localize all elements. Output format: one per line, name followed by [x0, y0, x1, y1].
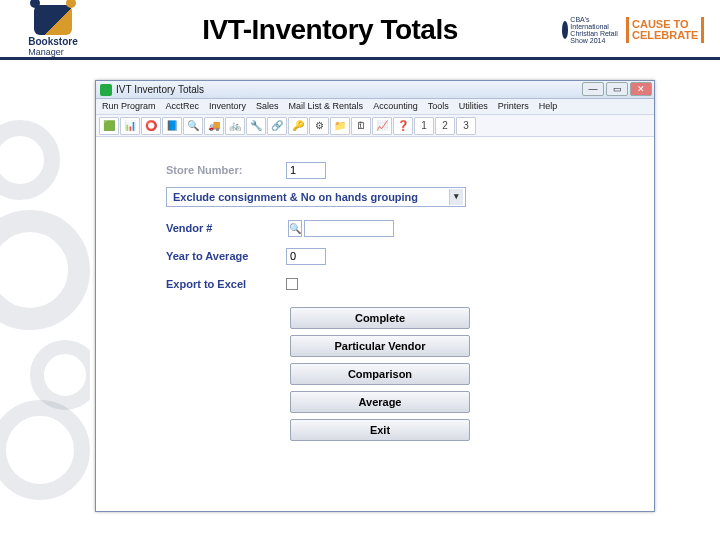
- store-number-label: Store Number:: [166, 164, 286, 176]
- toolbar-icon-10[interactable]: 🔑: [288, 117, 308, 135]
- menu-sales[interactable]: Sales: [256, 101, 279, 114]
- brand-right: CBA's International Christian Retail Sho…: [562, 5, 712, 55]
- toolbar-num-1[interactable]: 1: [414, 117, 434, 135]
- export-label: Export to Excel: [166, 278, 286, 290]
- menu-help[interactable]: Help: [539, 101, 558, 114]
- menu-mail-list[interactable]: Mail List & Rentals: [289, 101, 364, 114]
- toolbar-icon-4[interactable]: 📘: [162, 117, 182, 135]
- menu-inventory[interactable]: Inventory: [209, 101, 246, 114]
- maximize-button[interactable]: ▭: [606, 82, 628, 96]
- chevron-down-icon: ▾: [449, 189, 463, 205]
- toolbar-icon-13[interactable]: 🗓: [351, 117, 371, 135]
- average-button[interactable]: Average: [290, 391, 470, 413]
- toolbar-icon-12[interactable]: 📁: [330, 117, 350, 135]
- slide-title: IVT-Inventory Totals: [98, 14, 562, 46]
- window-title: IVT Inventory Totals: [116, 84, 204, 95]
- comparison-button[interactable]: Comparison: [290, 363, 470, 385]
- grouping-dropdown-label: Exclude consignment & No on hands groupi…: [173, 191, 418, 203]
- form-area: Store Number: Exclude consignment & No o…: [96, 137, 654, 449]
- menu-acctrec[interactable]: AcctRec: [166, 101, 200, 114]
- toolbar-icon-1[interactable]: 🟩: [99, 117, 119, 135]
- vendor-lookup-icon[interactable]: 🔍: [288, 220, 302, 237]
- year-label: Year to Average: [166, 250, 286, 262]
- menu-tools[interactable]: Tools: [428, 101, 449, 114]
- minimize-button[interactable]: —: [582, 82, 604, 96]
- grouping-dropdown[interactable]: Exclude consignment & No on hands groupi…: [166, 187, 466, 207]
- window-titlebar[interactable]: IVT Inventory Totals — ▭ ✕: [96, 81, 654, 99]
- menu-printers[interactable]: Printers: [498, 101, 529, 114]
- export-checkbox[interactable]: [286, 278, 298, 290]
- toolbar: 🟩 📊 ⭕ 📘 🔍 🚚 🚲 🔧 🔗 🔑 ⚙ 📁 🗓 📈 ❓ 1 2 3: [96, 115, 654, 137]
- toolbar-num-3[interactable]: 3: [456, 117, 476, 135]
- brand-text: Bookstore Manager: [28, 37, 77, 58]
- menubar: Run Program AcctRec Inventory Sales Mail…: [96, 99, 654, 115]
- cause-to-celebrate: CAUSE TO CELEBRATE: [626, 17, 704, 43]
- toolbar-icon-11[interactable]: ⚙: [309, 117, 329, 135]
- brand-left: Bookstore Manager: [8, 2, 98, 58]
- menu-run-program[interactable]: Run Program: [102, 101, 156, 114]
- toolbar-icon-9[interactable]: 🔗: [267, 117, 287, 135]
- toolbar-icon-2[interactable]: 📊: [120, 117, 140, 135]
- store-number-input[interactable]: [286, 162, 326, 179]
- menu-accounting[interactable]: Accounting: [373, 101, 418, 114]
- toolbar-icon-7[interactable]: 🚲: [225, 117, 245, 135]
- vendor-input[interactable]: [304, 220, 394, 237]
- toolbar-icon-8[interactable]: 🔧: [246, 117, 266, 135]
- cba-logo-icon: [562, 21, 568, 39]
- year-input[interactable]: [286, 248, 326, 265]
- vendor-label: Vendor #: [166, 222, 286, 234]
- slide-header: Bookstore Manager IVT-Inventory Totals C…: [0, 0, 720, 60]
- app-window: IVT Inventory Totals — ▭ ✕ Run Program A…: [95, 80, 655, 512]
- exit-button[interactable]: Exit: [290, 419, 470, 441]
- complete-button[interactable]: Complete: [290, 307, 470, 329]
- toolbar-icon-14[interactable]: 📈: [372, 117, 392, 135]
- sidebar-decorative: [0, 60, 90, 540]
- particular-vendor-button[interactable]: Particular Vendor: [290, 335, 470, 357]
- toolbar-icon-help[interactable]: ❓: [393, 117, 413, 135]
- cba-logo-block: CBA's International Christian Retail Sho…: [562, 16, 622, 44]
- button-stack: Complete Particular Vendor Comparison Av…: [166, 307, 594, 441]
- toolbar-icon-3[interactable]: ⭕: [141, 117, 161, 135]
- window-icon: [100, 84, 112, 96]
- toolbar-num-2[interactable]: 2: [435, 117, 455, 135]
- toolbar-icon-5[interactable]: 🔍: [183, 117, 203, 135]
- toolbar-icon-6[interactable]: 🚚: [204, 117, 224, 135]
- menu-utilities[interactable]: Utilities: [459, 101, 488, 114]
- close-button[interactable]: ✕: [630, 82, 652, 96]
- bookstore-manager-logo: [34, 5, 72, 35]
